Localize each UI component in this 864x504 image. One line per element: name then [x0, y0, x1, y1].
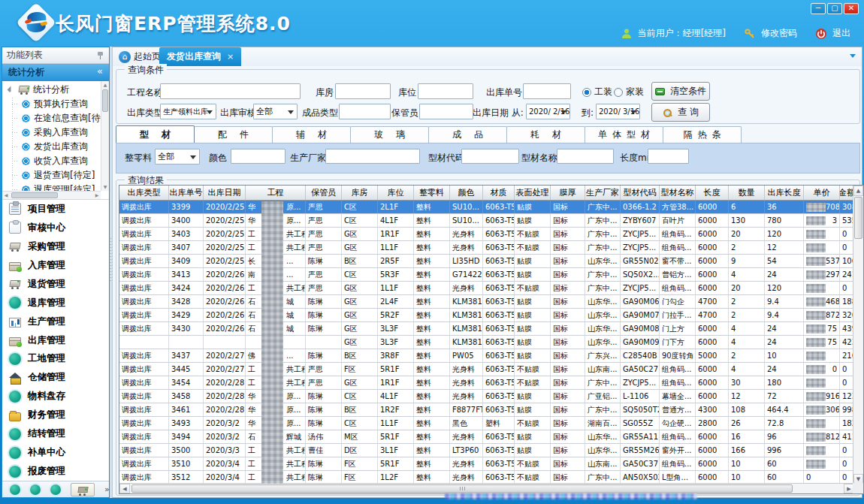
table-row[interactable]: 调拨出库34292020/2/26石城陈琳G区5R2F整料KLM38176063… — [119, 309, 854, 322]
sidebar-item-14[interactable]: 报废管理 — [2, 462, 109, 481]
close-button[interactable]: ✕ — [844, 3, 859, 14]
table-row[interactable]: 调拨出库34932020/3/2华原...陈琳C区1L1F整料黑色塑料不贴膜国标… — [119, 417, 854, 430]
tree-vertical-scrollbar[interactable]: ▲ ▼ — [101, 81, 109, 191]
out-type-select[interactable]: 生产领料出库 — [160, 104, 216, 119]
overflow-circle-icon[interactable] — [50, 484, 61, 495]
table-row[interactable]: 调拨出库34542020/2/28工共工程严思G区1R1F整料光身料6063-T… — [119, 376, 854, 390]
column-header-14[interactable]: 型材名称 — [660, 186, 696, 200]
sidebar-item-4[interactable]: 退货管理 — [2, 275, 109, 294]
tree-item-2[interactable]: 采购入库查询 — [2, 125, 101, 140]
column-header-5[interactable]: 库房 — [342, 186, 378, 200]
tree-item-3[interactable]: 发货出库查询 — [2, 140, 101, 154]
tree-item-0[interactable]: 预算执行查询 — [2, 97, 101, 111]
sidebar-item-10[interactable]: 物料盘存 — [2, 387, 109, 406]
table-row[interactable]: 调拨出库34942020/3/2石辉城汤伟M区5R1F整料光身料6063-T5贴… — [119, 430, 854, 444]
tab-close-icon[interactable]: × — [227, 52, 234, 62]
clear-conditions-button[interactable]: 清空条件 — [651, 82, 710, 101]
keeper-input[interactable] — [419, 104, 473, 119]
table-row[interactable]: 调拨出库34092020/2/25长...陈琳B区2R5F整料LI35HD606… — [119, 255, 854, 268]
sidebar-item-6[interactable]: 生产管理 — [2, 312, 109, 331]
location-input[interactable] — [418, 83, 473, 99]
warehouse-input[interactable] — [335, 83, 391, 99]
collapse-icon[interactable]: « — [97, 65, 103, 77]
column-header-17[interactable]: 出库长度 — [765, 186, 804, 200]
radio-gongzhuang[interactable]: 工装 — [582, 86, 612, 98]
column-header-1[interactable]: 出库单号 — [169, 186, 204, 200]
material-tab-3[interactable]: 玻璃 — [350, 126, 429, 143]
column-header-4[interactable]: 保管员 — [306, 186, 342, 200]
material-tab-5[interactable]: 耗材 — [506, 126, 585, 143]
tab-shipping-query[interactable]: 发货出库查询 × — [159, 47, 241, 66]
table-row[interactable]: 调拨出库34302020/2/26石城陈琳G区3L3F整料KLM38176063… — [119, 322, 854, 336]
change-password-link[interactable]: 修改密码 — [761, 27, 797, 40]
column-header-9[interactable]: 材质 — [483, 186, 515, 200]
column-header-12[interactable]: 生产厂家 — [585, 186, 621, 200]
expand-icon[interactable] — [8, 86, 15, 94]
column-header-2[interactable]: 出库日期 — [204, 186, 246, 200]
column-header-13[interactable]: 型材代码 — [621, 186, 660, 200]
sidebar-item-9[interactable]: 仓储管理 — [2, 368, 109, 387]
out-audit-select[interactable]: 全部 — [253, 104, 298, 119]
column-header-16[interactable]: 数量 — [729, 186, 765, 200]
search-button[interactable]: 查 询 — [651, 103, 710, 122]
table-row[interactable]: 调拨出库34032020/2/25工共工程严思G区1R1F整料光身料6063-T… — [119, 228, 854, 241]
table-row[interactable]: 调拨出库34282020/2/26石城陈琳G区2L4F整料KLM38176063… — [119, 295, 854, 309]
sidebar-item-13[interactable]: 补单中心 — [2, 443, 109, 462]
sidebar-item-2[interactable]: 采购管理 — [2, 237, 109, 256]
pin-icon[interactable] — [97, 52, 104, 59]
overflow-circle-icon[interactable] — [10, 484, 20, 495]
table-row[interactable]: 调拨出库34242020/2/26工共工程严思G区1L1F整料光身料6063-T… — [119, 282, 854, 295]
sidebar-item-0[interactable]: 项目管理 — [2, 200, 109, 219]
table-row[interactable]: 调拨出库34372020/2/27佛...陈琳B区3R8F整料PW056063-… — [119, 349, 854, 363]
column-header-6[interactable]: 库位 — [378, 186, 414, 200]
tab-list-dropdown-icon[interactable] — [850, 54, 856, 58]
material-tab-4[interactable]: 成品 — [428, 126, 507, 143]
section-header[interactable]: 统计分析 « — [2, 64, 109, 81]
overflow-more-button[interactable]: » — [104, 484, 109, 494]
tree-item-6[interactable]: 退库管理[待定] — [2, 183, 101, 191]
material-tab-7[interactable]: 隔热条 — [663, 126, 742, 143]
sidebar-item-3[interactable]: 入库管理 — [2, 256, 109, 275]
profile-name-input[interactable] — [557, 149, 614, 164]
column-header-10[interactable]: 表面处理 — [515, 186, 551, 200]
sidebar-item-5[interactable]: 退库管理 — [2, 294, 109, 312]
table-row[interactable]: 调拨出库34132020/2/26南...严思C区5R3F整料G71422606… — [119, 268, 854, 282]
order-no-input[interactable] — [523, 83, 571, 99]
project-name-input[interactable] — [160, 83, 301, 99]
material-tab-0[interactable]: 型材 — [116, 125, 195, 143]
column-header-8[interactable]: 颜色 — [450, 186, 483, 200]
table-row[interactable]: 调拨出库34452020/2/27工共工程严思F区5R1F整料光身料6063-T… — [119, 363, 854, 376]
sidebar-item-12[interactable]: 结转管理 — [2, 424, 109, 443]
grid-horizontal-scrollbar[interactable]: ◀ ▶ — [119, 483, 854, 493]
tree-root-item[interactable]: 统计分析 — [2, 83, 101, 97]
column-header-3[interactable]: 工程 — [246, 186, 306, 200]
sidebar-item-8[interactable]: 工地管理 — [2, 350, 109, 369]
tree-horizontal-scrollbar[interactable]: ◀ ▶ — [2, 191, 101, 199]
column-header-7[interactable]: 整零料 — [414, 186, 450, 200]
table-row[interactable]: 调拨出库35102020/3/4工共工程陈琳F区5R1F整料光身料6063-T5… — [119, 457, 854, 471]
logout-link[interactable]: 退出 — [832, 27, 850, 40]
length-input[interactable] — [648, 149, 689, 164]
column-header-15[interactable]: 长度 — [696, 186, 729, 200]
material-tab-2[interactable]: 辅材 — [272, 126, 351, 143]
radio-jiazhuang[interactable]: 家装 — [614, 86, 644, 98]
product-type-input[interactable] — [339, 104, 391, 119]
table-row[interactable]: 调拨出库34612020/2/28华原...陈琳B区1R2F整料F8877FT6… — [119, 403, 854, 417]
table-row[interactable]: 调拨出库34002020/2/25华原...严思C区4L1F整料SU10...6… — [119, 214, 854, 228]
table-row[interactable]: 调拨出库34072020/2/25工共工程严思G区1L1F整料光身料6063-T… — [119, 241, 854, 255]
column-header-18[interactable]: 单价 — [804, 186, 840, 200]
color-input[interactable] — [231, 149, 285, 164]
material-tab-6[interactable]: 单体型材 — [585, 126, 663, 143]
maximize-button[interactable]: ▢ — [827, 3, 842, 14]
column-header-0[interactable]: 出库类型 — [119, 186, 169, 200]
sidebar-item-7[interactable]: 出库管理 — [2, 331, 109, 350]
tree-item-1[interactable]: 在途信息查询[待 — [2, 111, 101, 125]
table-row[interactable]: 调拨出库35002020/3/3工共工程曹佳D区3L1F整料LT3P606063… — [119, 444, 854, 457]
whole-part-select[interactable]: 全部 — [155, 149, 200, 164]
date-from-select[interactable]: 2020/ 2/16 — [526, 104, 570, 119]
profile-code-input[interactable] — [461, 149, 519, 164]
material-tab-1[interactable]: 配件 — [194, 126, 273, 143]
tree-item-4[interactable]: 收货入库查询 — [2, 154, 101, 168]
table-row[interactable]: G区3L3F整料KLM38176063-T5贴膜国标山东华...GA90M09.… — [119, 336, 854, 349]
manufacturer-input[interactable] — [325, 149, 420, 164]
